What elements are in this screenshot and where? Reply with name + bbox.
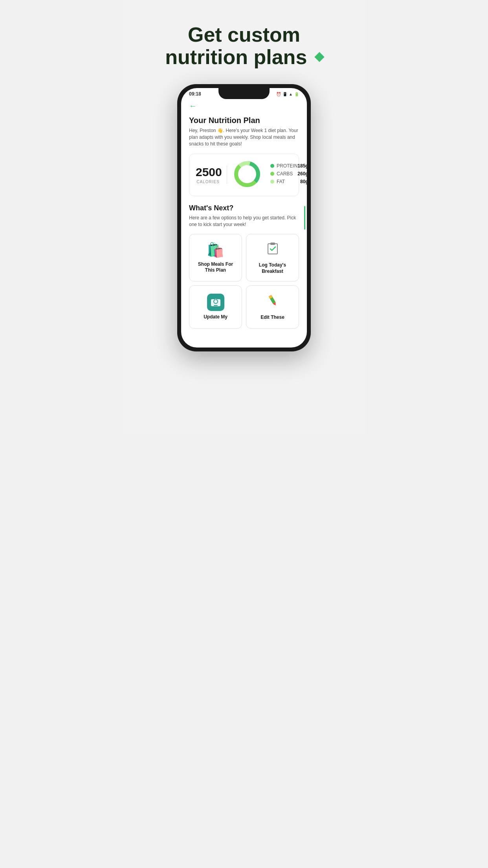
- phone-notch: [218, 88, 270, 99]
- donut-chart: [227, 160, 267, 189]
- hero-line2: nutrition plans: [165, 46, 307, 68]
- calories-label: CALORIES: [196, 180, 220, 184]
- macro-fat: FAT 80g: [270, 179, 307, 184]
- carbs-value: 260g: [297, 171, 307, 177]
- log-icon: [265, 241, 280, 259]
- whats-next-section: What's Next? Here are a few options to h…: [189, 204, 299, 228]
- nutrition-title: Your Nutrition Plan: [189, 116, 299, 125]
- whats-next-description: Here are a few options to help you get s…: [189, 215, 299, 228]
- nutrition-description: Hey, Preston 👋. Here's your Week 1 diet …: [189, 127, 299, 147]
- macros-card: 2500 CALORIES: [189, 154, 299, 196]
- phone-screen: 09:18 ⏰ 📳 ▲ 🔋 ← Your Nutrition Plan: [181, 88, 307, 348]
- phone-mockup: 09:18 ⏰ 📳 ▲ 🔋 ← Your Nutrition Plan: [177, 84, 311, 351]
- alarm-icon: ⏰: [276, 92, 281, 96]
- clipboard-svg: [265, 241, 280, 256]
- action-card-edit[interactable]: Edit These: [246, 285, 299, 329]
- hero-section: Get custom nutrition plans: [122, 0, 366, 80]
- scroll-indicator: [304, 206, 305, 230]
- status-time: 09:18: [189, 91, 201, 97]
- scale-svg: [210, 297, 221, 308]
- macro-protein: PROTEIN 185g: [270, 163, 307, 169]
- protein-dot: [270, 164, 274, 168]
- pencil-svg: [265, 293, 280, 308]
- donut-svg: [233, 160, 261, 188]
- protein-value: 185g: [297, 163, 307, 169]
- diamond-icon: [314, 52, 324, 62]
- calories-section: 2500 CALORIES: [196, 166, 227, 184]
- phone-container: 09:18 ⏰ 📳 ▲ 🔋 ← Your Nutrition Plan: [122, 84, 366, 351]
- battery-icon: 🔋: [294, 92, 299, 96]
- wifi-icon: ▲: [289, 92, 293, 96]
- update-label: Update My: [204, 314, 227, 320]
- scale-icon-bg: [207, 294, 224, 311]
- action-grid: 🛍️ Shop Meals For This Plan: [189, 234, 299, 328]
- vibrate-icon: 📳: [283, 92, 287, 96]
- carbs-label: CARBS: [277, 171, 297, 177]
- shop-icon: 🛍️: [207, 242, 224, 258]
- whats-next-title: What's Next?: [189, 204, 299, 212]
- fat-dot: [270, 180, 274, 184]
- macro-carbs: CARBS 260g: [270, 171, 307, 177]
- edit-label: Edit These: [261, 314, 284, 321]
- page-wrapper: Get custom nutrition plans 09:18 ⏰ 📳 ▲ 🔋: [122, 0, 366, 434]
- pencil-icon: [265, 293, 280, 311]
- calories-number: 2500: [196, 166, 220, 179]
- svg-rect-5: [270, 243, 275, 245]
- back-button[interactable]: ←: [189, 101, 197, 110]
- carbs-dot: [270, 172, 274, 176]
- action-card-update[interactable]: Update My: [189, 285, 242, 329]
- log-label: Log Today's Breakfast: [251, 262, 294, 274]
- phone-content[interactable]: ← Your Nutrition Plan Hey, Preston 👋. He…: [181, 98, 307, 340]
- action-card-shop[interactable]: 🛍️ Shop Meals For This Plan: [189, 234, 242, 281]
- svg-rect-4: [268, 244, 277, 254]
- status-icons: ⏰ 📳 ▲ 🔋: [276, 92, 299, 96]
- hero-line1: Get custom: [188, 23, 300, 46]
- shop-label: Shop Meals For This Plan: [194, 261, 237, 274]
- protein-label: PROTEIN: [277, 163, 297, 169]
- fat-label: FAT: [277, 179, 300, 184]
- action-card-log[interactable]: Log Today's Breakfast: [246, 234, 299, 281]
- hero-title: Get custom nutrition plans: [165, 24, 323, 68]
- macro-list: PROTEIN 185g CARBS 260g FAT: [267, 163, 307, 187]
- nutrition-header: Your Nutrition Plan Hey, Preston 👋. Here…: [189, 116, 299, 147]
- fat-value: 80g: [300, 179, 307, 184]
